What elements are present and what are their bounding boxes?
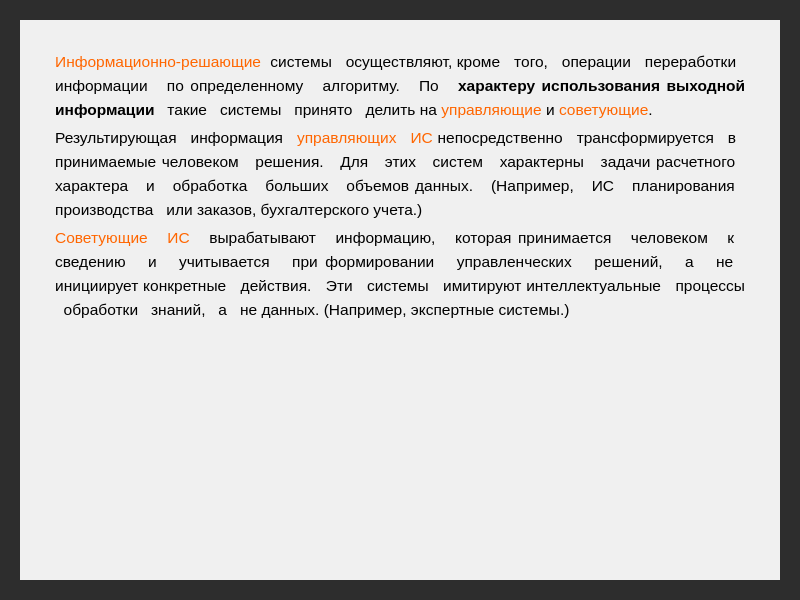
text-upravlyayuschie: управляющие xyxy=(441,101,541,118)
text-and: и xyxy=(542,101,559,118)
text-informacionnye: Информационно-решающие xyxy=(55,53,261,70)
text-rezultiruyuschaya: Результирующая информация xyxy=(55,129,297,146)
text-sovetuyuschie: советующие xyxy=(559,101,648,118)
paragraph-3: Советующие ИС вырабатывают информацию, к… xyxy=(55,226,745,322)
content-area: Информационно-решающие системы осуществл… xyxy=(55,50,745,322)
slide: Информационно-решающие системы осуществл… xyxy=(20,20,780,580)
paragraph-2: Результирующая информация управляющих ИС… xyxy=(55,126,745,222)
text-p1-2: такие системы принято делить на xyxy=(154,101,441,118)
text-dot1: . xyxy=(648,101,652,118)
paragraph-1: Информационно-решающие системы осуществл… xyxy=(55,50,745,122)
text-upravlyayuschih-is: управляющих ИС xyxy=(297,129,433,146)
text-sovetuyuschie-is: Советующие ИС xyxy=(55,229,190,246)
